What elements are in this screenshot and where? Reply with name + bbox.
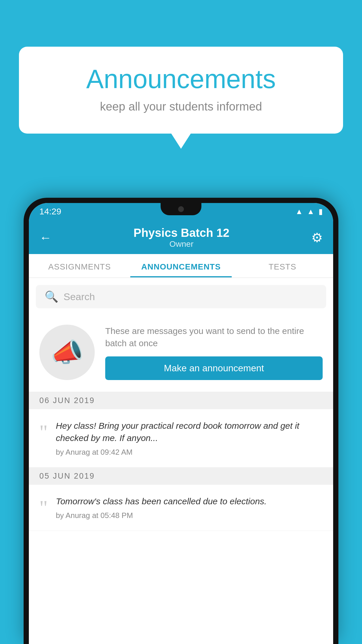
quote-icon-2: " <box>39 498 48 518</box>
gear-icon[interactable]: ⚙ <box>311 230 323 245</box>
date-separator-2: 05 JUN 2019 <box>29 468 333 485</box>
promo-description: These are messages you want to send to t… <box>105 325 323 349</box>
phone-screen: 14:29 ▲ ▲ ▮ ← Physics Batch 12 Owner ⚙ A… <box>29 203 333 644</box>
status-time: 14:29 <box>39 206 61 216</box>
announcement-text-1: Hey class! Bring your practical record b… <box>56 420 323 444</box>
announcement-item-1[interactable]: " Hey class! Bring your practical record… <box>29 409 333 468</box>
megaphone-icon: 📣 <box>51 337 83 368</box>
notch-camera <box>178 206 184 212</box>
speech-bubble: Announcements keep all your students inf… <box>19 47 343 134</box>
search-bar[interactable]: 🔍 Search <box>36 285 326 308</box>
wifi-icon: ▲ <box>296 207 303 216</box>
header-subtitle: Owner <box>133 239 229 249</box>
content-area: 📣 These are messages you want to send to… <box>29 313 333 644</box>
back-button[interactable]: ← <box>39 231 52 245</box>
tab-announcements[interactable]: ANNOUNCEMENTS <box>130 254 232 277</box>
announcement-body-1: Hey class! Bring your practical record b… <box>56 420 323 457</box>
status-icons: ▲ ▲ ▮ <box>296 207 323 216</box>
tabs-bar: ASSIGNMENTS ANNOUNCEMENTS TESTS <box>29 254 333 278</box>
search-icon: 🔍 <box>45 290 58 303</box>
announcement-meta-2: by Anurag at 05:48 PM <box>56 511 267 520</box>
announcement-text-2: Tomorrow's class has been cancelled due … <box>56 495 267 508</box>
tab-tests[interactable]: TESTS <box>232 254 333 277</box>
search-placeholder: Search <box>64 291 95 302</box>
phone-frame: 14:29 ▲ ▲ ▮ ← Physics Batch 12 Owner ⚙ A… <box>24 198 338 644</box>
announcement-body-2: Tomorrow's class has been cancelled due … <box>56 495 267 520</box>
app-header: ← Physics Batch 12 Owner ⚙ <box>29 220 333 254</box>
promo-right: These are messages you want to send to t… <box>105 325 323 380</box>
make-announcement-button[interactable]: Make an announcement <box>105 356 323 380</box>
header-title: Physics Batch 12 <box>133 226 229 239</box>
quote-icon-1: " <box>39 422 48 442</box>
promo-card: 📣 These are messages you want to send to… <box>29 313 333 392</box>
date-separator-1: 06 JUN 2019 <box>29 392 333 409</box>
tab-assignments[interactable]: ASSIGNMENTS <box>29 254 130 277</box>
speech-bubble-container: Announcements keep all your students inf… <box>19 47 343 134</box>
header-title-group: Physics Batch 12 Owner <box>133 226 229 249</box>
announcement-item-2[interactable]: " Tomorrow's class has been cancelled du… <box>29 485 333 531</box>
notch <box>161 203 201 215</box>
speech-bubble-title: Announcements <box>42 64 320 94</box>
signal-icon: ▲ <box>307 207 314 216</box>
megaphone-circle: 📣 <box>39 325 95 380</box>
battery-icon: ▮ <box>319 207 323 216</box>
announcement-meta-1: by Anurag at 09:42 AM <box>56 448 323 457</box>
speech-bubble-subtitle: keep all your students informed <box>42 100 320 113</box>
